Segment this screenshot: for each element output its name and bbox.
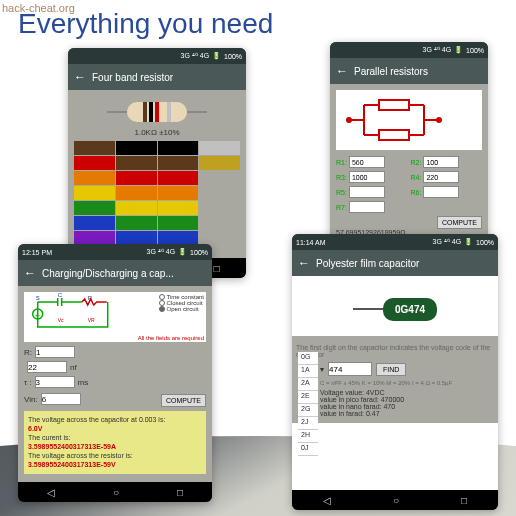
color-swatch[interactable] [158,201,199,215]
color-swatch[interactable] [116,141,157,155]
values-block: Voltage value: 4VDC value in pico farad:… [320,389,494,417]
nav-recent-icon[interactable]: □ [214,263,220,274]
radio-icon[interactable] [159,306,165,312]
band-1 [143,102,147,122]
find-button[interactable]: FIND [376,363,406,376]
back-icon[interactable]: ← [298,256,310,270]
r3-input[interactable] [349,171,385,183]
tolerance-item[interactable]: 0G [298,352,318,365]
color-swatch[interactable] [116,171,157,185]
nav-home-icon[interactable]: ○ [393,495,399,506]
tolerance-item[interactable]: 2A [298,378,318,391]
back-icon[interactable]: ← [336,64,348,78]
color-swatch[interactable] [116,201,157,215]
status-bar: 3G ⁴ᴳ 4G🔋100% [330,42,488,58]
color-swatch[interactable] [74,231,115,245]
color-swatch[interactable] [158,141,199,155]
color-swatch[interactable] [74,141,115,155]
r6-label: R6: [411,186,483,198]
r5-input[interactable] [349,186,385,198]
back-icon[interactable]: ← [24,266,36,280]
color-swatch[interactable] [199,156,240,170]
r6-input[interactable] [423,186,459,198]
color-swatch[interactable] [158,231,199,245]
color-swatch[interactable] [199,186,240,200]
r7-input[interactable] [349,201,385,213]
vin-input[interactable] [41,393,81,405]
color-swatch[interactable] [199,171,240,185]
warning-text: All the fields are required [138,335,204,341]
find-row: ▾ FIND [320,362,494,376]
nav-home-icon[interactable]: ○ [113,487,119,498]
appbar-title: Four band resistor [92,72,173,83]
color-swatch[interactable] [74,216,115,230]
color-swatch[interactable] [199,231,240,245]
nav-back-icon[interactable]: ◁ [47,487,55,498]
color-swatch[interactable] [199,216,240,230]
back-icon[interactable]: ← [74,70,86,84]
color-swatch[interactable] [74,156,115,170]
tolerance-item[interactable]: 2J [298,417,318,430]
svg-point-1 [437,118,441,122]
color-swatch[interactable] [158,156,199,170]
appbar: ← Four band resistor [68,64,246,90]
color-swatch[interactable] [116,186,157,200]
appbar: ← Parallel resistors [330,58,488,84]
formula-text: C = xPF x 45% K = 10% M = 20% I = 4 Ω = … [320,380,494,386]
appbar-title: Charging/Discharging a cap... [42,268,174,279]
phone-charging-cap: 12:15 PM 3G ⁴ᴳ 4G🔋100% ← Charging/Discha… [18,244,212,502]
tolerance-column[interactable]: 0G1A2A2E2G2J2H0J [298,352,318,456]
color-picker-grid[interactable] [74,141,240,258]
content: R1: R2: R3: R4: R5: R6: R7: COMPUTE 57.6… [330,84,488,254]
color-swatch[interactable] [158,171,199,185]
color-swatch[interactable] [199,141,240,155]
compute-button[interactable]: COMPUTE [437,216,482,229]
circuit-diagram [336,90,482,150]
compute-button[interactable]: COMPUTE [161,394,206,407]
svg-point-0 [347,118,351,122]
tolerance-item[interactable]: 2H [298,430,318,443]
r1-label: R1: [336,156,408,168]
color-swatch[interactable] [199,201,240,215]
r-input[interactable] [35,346,75,358]
r7-label: R7: [336,201,408,213]
r2-label: R2: [411,156,483,168]
color-swatch[interactable] [116,156,157,170]
tolerance-item[interactable]: 2G [298,404,318,417]
circuit-options[interactable]: Time constant Closed circuit Open circui… [159,294,204,312]
color-swatch[interactable] [116,231,157,245]
svg-text:+−: +− [35,312,41,318]
resistor-inputs: R1: R2: R3: R4: R5: R6: R7: [336,156,482,213]
r4-input[interactable] [423,171,459,183]
r2-input[interactable] [423,156,459,168]
capacitor-code: 0G474 [383,298,437,321]
color-swatch[interactable] [74,201,115,215]
android-navbar[interactable]: ◁ ○ □ [292,490,498,510]
content: 1.0KΩ ±10% [68,90,246,258]
color-swatch[interactable] [158,186,199,200]
resistor-graphic [127,102,187,122]
nav-recent-icon[interactable]: □ [461,495,467,506]
r1-input[interactable] [349,156,385,168]
code-input[interactable] [328,362,372,376]
t-input[interactable] [35,376,75,388]
nav-back-icon[interactable]: ◁ [323,495,331,506]
color-swatch[interactable] [74,186,115,200]
color-swatch[interactable] [116,216,157,230]
appbar: ← Polyester film capacitor [292,250,498,276]
tolerance-item[interactable]: 0J [298,443,318,456]
svg-text:Vc: Vc [58,317,64,323]
status-bar: 11:14 AM 3G ⁴ᴳ 4G🔋100% [292,234,498,250]
status-bar: 12:15 PM 3G ⁴ᴳ 4G🔋100% [18,244,212,260]
tolerance-item[interactable]: 1A [298,365,318,378]
band-4 [167,102,171,122]
color-swatch[interactable] [74,171,115,185]
android-navbar[interactable]: ◁ ○ □ [18,482,212,502]
r3-label: R3: [336,171,408,183]
capacitor-graphic: 0G474 [298,282,492,336]
svg-text:VR: VR [88,317,95,323]
color-swatch[interactable] [158,216,199,230]
c-input[interactable] [27,361,67,373]
nav-recent-icon[interactable]: □ [177,487,183,498]
tolerance-item[interactable]: 2E [298,391,318,404]
